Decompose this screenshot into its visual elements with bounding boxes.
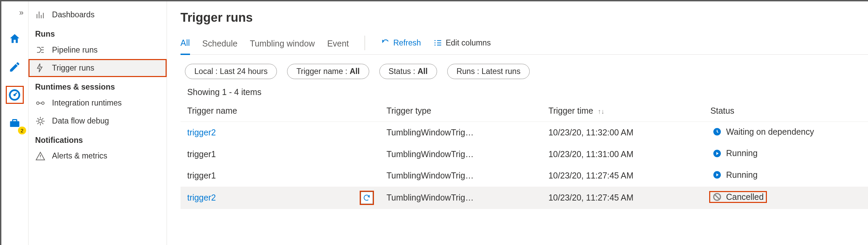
table-row[interactable]: trigger2TumblingWindowTrig…10/23/20, 11:… (181, 121, 868, 143)
dataflow-icon (35, 116, 45, 126)
cell-trigger-time: 10/23/20, 11:27:45 AM (542, 187, 703, 209)
pencil-icon (8, 61, 21, 73)
main-content: Trigger runs All Schedule Tumbling windo… (167, 1, 868, 245)
trigger-name-text: trigger1 (187, 149, 216, 159)
sidebar-item-alerts-metrics[interactable]: Alerts & metrics (29, 147, 167, 165)
cell-status: Waiting on dependency (703, 121, 868, 143)
cell-trigger-time: 10/23/20, 11:31:00 AM (542, 143, 703, 165)
showing-count: Showing 1 - 4 items (187, 87, 868, 97)
column-header-status[interactable]: Status (703, 100, 868, 122)
svg-point-5 (36, 102, 39, 104)
separator (364, 36, 365, 50)
edit-columns-label: Edit columns (446, 38, 491, 48)
cell-status: Running (703, 143, 868, 165)
rail-monitor[interactable] (6, 86, 24, 104)
rail-author[interactable] (6, 58, 24, 76)
tab-all[interactable]: All (181, 35, 190, 55)
svg-point-2 (14, 94, 16, 96)
trigger-icon (35, 63, 45, 73)
sidebar: Dashboards Runs Pipeline runs Trigger ru… (29, 1, 167, 245)
status-text: Running (726, 148, 758, 158)
table-row[interactable]: trigger1TumblingWindowTrig…10/23/20, 11:… (181, 165, 868, 187)
clock-icon (713, 127, 722, 136)
pipeline-icon (35, 45, 45, 55)
tab-tumbling-window[interactable]: Tumbling window (250, 35, 315, 54)
gauge-icon (8, 88, 21, 102)
cancelled-icon (713, 192, 722, 202)
sidebar-item-integration-runtimes[interactable]: Integration runtimes (29, 94, 167, 112)
refresh-label: Refresh (393, 38, 421, 48)
filter-value: Latest runs (482, 67, 521, 76)
cell-trigger-time: 10/23/20, 11:27:45 AM (542, 165, 703, 187)
sidebar-heading-notifications: Notifications (29, 130, 167, 147)
rail-manage[interactable]: 2 (6, 114, 24, 132)
cell-status: Running (703, 165, 868, 187)
filter-label: Status : (389, 67, 415, 76)
cell-trigger-type: TumblingWindowTrig… (380, 187, 542, 209)
home-icon (8, 33, 21, 45)
svg-rect-4 (13, 119, 17, 121)
svg-point-6 (41, 102, 44, 104)
cell-trigger-name: trigger2 (181, 121, 380, 143)
cell-trigger-name: trigger1 (181, 165, 380, 187)
filter-bar: Local : Last 24 hours Trigger name : All… (181, 64, 868, 79)
filter-value: All (350, 67, 360, 76)
sidebar-heading-runs: Runs (29, 24, 167, 41)
filter-status[interactable]: Status : All (379, 64, 437, 79)
tab-event[interactable]: Event (327, 35, 349, 54)
table-row[interactable]: trigger2TumblingWindowTrig…10/23/20, 11:… (181, 187, 868, 209)
filter-local[interactable]: Local : Last 24 hours (185, 64, 277, 79)
status-text: Running (726, 170, 758, 180)
filter-runs[interactable]: Runs : Latest runs (447, 64, 530, 79)
sidebar-item-data-flow-debug[interactable]: Data flow debug (29, 112, 167, 130)
filter-label: Local : (194, 67, 218, 76)
expand-rail-button[interactable]: » (15, 6, 28, 19)
tab-bar: All Schedule Tumbling window Event Refre… (181, 35, 868, 55)
status-text: Waiting on dependency (726, 127, 814, 137)
edit-columns-button[interactable]: Edit columns (433, 38, 491, 51)
tab-schedule[interactable]: Schedule (202, 35, 238, 54)
column-header-time[interactable]: Trigger time ↑↓ (542, 100, 703, 122)
column-header-type[interactable]: Trigger type (380, 100, 542, 122)
sidebar-item-dashboards[interactable]: Dashboards (29, 6, 167, 24)
rail-badge: 2 (18, 127, 26, 134)
filter-label: Runs : (456, 67, 479, 76)
running-icon (713, 170, 722, 180)
cell-trigger-type: TumblingWindowTrig… (380, 121, 542, 143)
cell-trigger-time: 10/23/20, 11:32:00 AM (542, 121, 703, 143)
sidebar-item-label: Pipeline runs (52, 45, 97, 55)
sidebar-item-label: Integration runtimes (52, 98, 121, 108)
filter-trigger-name[interactable]: Trigger name : All (287, 64, 369, 79)
cell-status: Cancelled (703, 187, 868, 209)
rerun-button[interactable] (361, 192, 373, 204)
trigger-name-link[interactable]: trigger2 (187, 193, 216, 203)
trigger-name-link[interactable]: trigger2 (187, 128, 216, 137)
sidebar-item-label: Dashboards (52, 10, 94, 19)
sidebar-item-trigger-runs[interactable]: Trigger runs (29, 59, 167, 77)
refresh-icon (381, 38, 390, 48)
alert-icon (35, 151, 45, 161)
table-row[interactable]: trigger1TumblingWindowTrig…10/23/20, 11:… (181, 143, 868, 165)
filter-value: All (417, 67, 428, 76)
cell-trigger-type: TumblingWindowTrig… (380, 143, 542, 165)
dashboard-icon (35, 10, 45, 20)
columns-icon (433, 38, 442, 48)
column-header-name[interactable]: Trigger name (181, 100, 380, 122)
sidebar-item-pipeline-runs[interactable]: Pipeline runs (29, 41, 167, 59)
integration-icon (35, 98, 45, 108)
rerun-icon (363, 194, 371, 202)
svg-point-7 (39, 119, 42, 123)
filter-value: Last 24 hours (220, 67, 268, 76)
rail-home[interactable] (6, 30, 24, 48)
sidebar-heading-runtimes: Runtimes & sessions (29, 77, 167, 94)
sort-indicator-icon: ↑↓ (598, 108, 605, 115)
cell-trigger-name: trigger2 (181, 187, 380, 209)
refresh-button[interactable]: Refresh (381, 38, 421, 51)
trigger-runs-table: Trigger name Trigger type Trigger time ↑… (181, 100, 868, 209)
sidebar-item-label: Trigger runs (52, 63, 94, 73)
sidebar-item-label: Alerts & metrics (52, 151, 107, 161)
running-icon (713, 149, 722, 158)
sidebar-item-label: Data flow debug (52, 116, 109, 126)
page-title: Trigger runs (181, 11, 868, 25)
icon-rail: » 2 (1, 1, 29, 245)
